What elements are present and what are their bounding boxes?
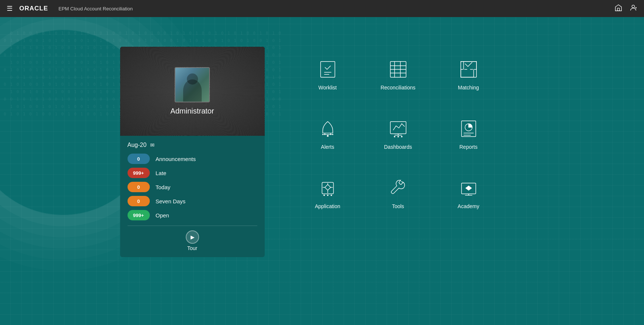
user-card-body: Aug-20 ✉ 0 Announcements 999+ Late 0 Tod…	[120, 136, 265, 257]
svg-rect-4	[320, 62, 335, 78]
hamburger-icon[interactable]: ☰	[7, 4, 13, 13]
nav-item-tools[interactable]: Tools	[365, 165, 432, 221]
worklist-icon	[317, 59, 338, 80]
svg-rect-30	[461, 121, 476, 137]
application-label: Application	[315, 203, 340, 209]
user-card: Administrator Aug-20 ✉ 0 Announcements 9…	[120, 47, 265, 257]
tour-label: Tour	[187, 245, 197, 251]
svg-point-22	[324, 134, 325, 135]
tools-label: Tools	[392, 203, 404, 209]
alerts-label: Alerts	[321, 144, 334, 150]
late-label: Late	[156, 170, 166, 176]
topbar: ☰ ORACLE EPM Cloud Account Reconciliatio…	[0, 0, 644, 17]
open-label: Open	[156, 212, 169, 219]
oracle-logo: ORACLE	[19, 5, 48, 12]
user-profile-icon[interactable]	[629, 4, 637, 14]
announcements-row[interactable]: 0 Announcements	[128, 154, 257, 164]
app-title: EPM Cloud Account Reconciliation	[59, 6, 133, 12]
academy-icon	[458, 177, 479, 199]
reports-label: Reports	[459, 144, 478, 150]
svg-point-19	[327, 135, 328, 137]
nav-item-alerts[interactable]: Alerts	[294, 106, 361, 162]
open-row[interactable]: 999+ Open	[128, 210, 257, 220]
date-text: Aug-20	[128, 142, 147, 148]
nav-item-worklist[interactable]: Worklist	[294, 47, 361, 102]
svg-point-42	[330, 194, 332, 196]
announcements-label: Announcements	[156, 156, 196, 162]
alerts-icon	[317, 118, 338, 139]
tools-icon	[387, 177, 409, 199]
dashboards-icon	[387, 118, 409, 139]
topbar-left: ☰ ORACLE EPM Cloud Account Reconciliatio…	[7, 4, 133, 13]
nav-item-academy[interactable]: Academy	[435, 165, 502, 221]
tour-play-button[interactable]: ▶	[186, 230, 199, 244]
home-icon[interactable]	[614, 4, 622, 14]
user-name: Administrator	[171, 107, 214, 115]
avatar	[175, 67, 210, 102]
nav-item-matching[interactable]: Matching	[435, 47, 502, 102]
svg-point-40	[323, 194, 325, 196]
today-label: Today	[156, 184, 171, 190]
topbar-right	[614, 4, 637, 14]
user-card-header: Administrator	[120, 47, 265, 136]
svg-rect-0	[617, 8, 620, 10]
seven-days-row[interactable]: 0 Seven Days	[128, 196, 257, 206]
main-content: Administrator Aug-20 ✉ 0 Announcements 9…	[0, 17, 644, 257]
svg-point-21	[332, 134, 333, 135]
svg-point-29	[401, 136, 402, 137]
nav-grid: Worklist Reconciliations	[294, 47, 524, 221]
nav-item-application[interactable]: Application	[294, 165, 361, 221]
matching-label: Matching	[458, 85, 479, 91]
reports-icon	[458, 118, 479, 139]
svg-point-28	[397, 136, 399, 137]
matching-icon	[458, 59, 479, 80]
seven-days-badge: 0	[128, 196, 150, 206]
today-row[interactable]: 0 Today	[128, 182, 257, 192]
dashboards-label: Dashboards	[384, 144, 412, 150]
application-icon	[317, 177, 338, 199]
reconciliations-icon	[387, 59, 409, 80]
svg-point-1	[632, 5, 634, 7]
nav-item-dashboards[interactable]: Dashboards	[365, 106, 432, 162]
svg-marker-35	[325, 184, 330, 190]
date-row: Aug-20 ✉	[128, 142, 257, 148]
announcements-badge: 0	[128, 154, 150, 164]
seven-days-label: Seven Days	[156, 198, 186, 204]
today-badge: 0	[128, 182, 150, 192]
play-icon: ▶	[191, 234, 195, 240]
reconciliations-label: Reconciliations	[380, 85, 415, 91]
svg-marker-44	[466, 186, 471, 190]
svg-point-20	[322, 134, 323, 135]
svg-point-23	[330, 134, 331, 135]
nav-item-reports[interactable]: Reports	[435, 106, 502, 162]
envelope-icon[interactable]: ✉	[150, 142, 155, 148]
nav-item-reconciliations[interactable]: Reconciliations	[365, 47, 432, 102]
tour-section: ▶ Tour	[128, 226, 257, 257]
svg-point-41	[327, 194, 328, 196]
open-badge: 999+	[128, 210, 150, 220]
svg-point-27	[394, 136, 395, 137]
avatar-image	[175, 68, 209, 102]
late-row[interactable]: 999+ Late	[128, 168, 257, 178]
academy-label: Academy	[458, 203, 479, 209]
worklist-label: Worklist	[318, 85, 337, 91]
late-badge: 999+	[128, 168, 150, 178]
